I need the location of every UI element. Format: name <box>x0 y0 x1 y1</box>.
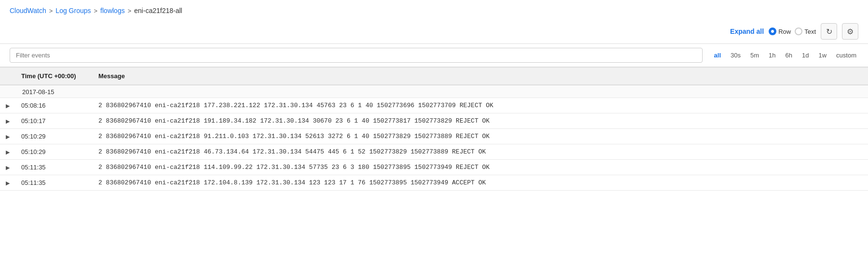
breadcrumb-cloudwatch[interactable]: CloudWatch <box>10 7 46 14</box>
expand-all-button[interactable]: Expand all <box>730 28 764 35</box>
th-time: Time (UTC +00:00) <box>15 68 93 85</box>
row-expand-arrow[interactable]: ▶ <box>6 180 10 186</box>
table-body: 2017-08-15 ▶05:08:162 836802967410 eni-c… <box>0 85 868 191</box>
table-row: ▶05:11:352 836802967410 eni-ca21f218 114… <box>0 160 868 175</box>
row-expand-arrow[interactable]: ▶ <box>6 118 10 124</box>
settings-icon: ⚙ <box>847 27 854 36</box>
row-expand-arrow[interactable]: ▶ <box>6 165 10 170</box>
breadcrumb-log-groups[interactable]: Log Groups <box>55 7 91 14</box>
refresh-button[interactable]: ↻ <box>821 23 837 40</box>
th-expand <box>0 68 15 85</box>
time-filter-6h[interactable]: 6h <box>784 51 794 60</box>
text-view-option[interactable]: Text <box>795 28 816 35</box>
table-row: ▶05:10:292 836802967410 eni-ca21f218 91.… <box>0 129 868 144</box>
filter-events-input[interactable] <box>10 48 703 63</box>
row-message: 2 836802967410 eni-ca21f218 91.211.0.103… <box>93 129 868 144</box>
row-time: 05:11:35 <box>15 175 93 191</box>
row-radio-label: Row <box>778 28 791 35</box>
breadcrumb-flowlogs[interactable]: flowlogs <box>100 7 125 14</box>
log-table: Time (UTC +00:00) Message 2017-08-15 ▶05… <box>0 67 868 191</box>
toolbar: Expand all Row Text ↻ ⚙ <box>0 19 868 43</box>
row-message: 2 836802967410 eni-ca21f218 114.109.99.2… <box>93 160 868 175</box>
table-row: ▶05:08:162 836802967410 eni-ca21f218 177… <box>0 98 868 113</box>
table-row: ▶05:11:352 836802967410 eni-ca21f218 172… <box>0 175 868 191</box>
time-filter-1d[interactable]: 1d <box>800 51 811 60</box>
view-mode-group: Row Text <box>769 28 816 35</box>
breadcrumb-current: eni-ca21f218-all <box>134 7 182 14</box>
time-filter-5m[interactable]: 5m <box>748 51 761 60</box>
breadcrumb: CloudWatch > Log Groups > flowlogs > eni… <box>0 0 868 19</box>
row-time: 05:08:16 <box>15 98 93 113</box>
table-row: ▶05:10:172 836802967410 eni-ca21f218 191… <box>0 113 868 129</box>
time-filter-30s[interactable]: 30s <box>729 51 743 60</box>
time-filter-1w[interactable]: 1w <box>816 51 828 60</box>
row-time: 05:10:17 <box>15 113 93 129</box>
row-message: 2 836802967410 eni-ca21f218 46.73.134.64… <box>93 144 868 160</box>
time-filter-all[interactable]: all <box>712 51 723 60</box>
breadcrumb-sep-1: > <box>49 7 53 14</box>
row-time: 05:10:29 <box>15 144 93 160</box>
row-message: 2 836802967410 eni-ca21f218 177.238.221.… <box>93 98 868 113</box>
date-group-label: 2017-08-15 <box>0 85 868 98</box>
text-radio-label: Text <box>804 28 816 35</box>
refresh-icon: ↻ <box>826 27 832 36</box>
table-row: ▶05:10:292 836802967410 eni-ca21f218 46.… <box>0 144 868 160</box>
table-header: Time (UTC +00:00) Message <box>0 68 868 85</box>
time-filter-group: all 30s 5m 1h 6h 1d 1w custom <box>712 51 858 60</box>
row-radio-circle[interactable] <box>769 28 776 35</box>
text-radio-circle[interactable] <box>795 28 802 35</box>
row-view-option[interactable]: Row <box>769 28 791 35</box>
filter-bar: all 30s 5m 1h 6h 1d 1w custom <box>0 43 868 67</box>
time-filter-custom[interactable]: custom <box>834 51 858 60</box>
row-message: 2 836802967410 eni-ca21f218 191.189.34.1… <box>93 113 868 129</box>
breadcrumb-sep-3: > <box>128 7 132 14</box>
time-filter-1h[interactable]: 1h <box>767 51 777 60</box>
th-message: Message <box>93 68 868 85</box>
row-expand-arrow[interactable]: ▶ <box>6 149 10 155</box>
breadcrumb-sep-2: > <box>94 7 98 14</box>
row-time: 05:11:35 <box>15 160 93 175</box>
row-expand-arrow[interactable]: ▶ <box>6 134 10 140</box>
settings-button[interactable]: ⚙ <box>842 23 858 40</box>
row-time: 05:10:29 <box>15 129 93 144</box>
date-group-row: 2017-08-15 <box>0 85 868 98</box>
row-expand-arrow[interactable]: ▶ <box>6 103 10 109</box>
row-message: 2 836802967410 eni-ca21f218 172.104.8.13… <box>93 175 868 191</box>
